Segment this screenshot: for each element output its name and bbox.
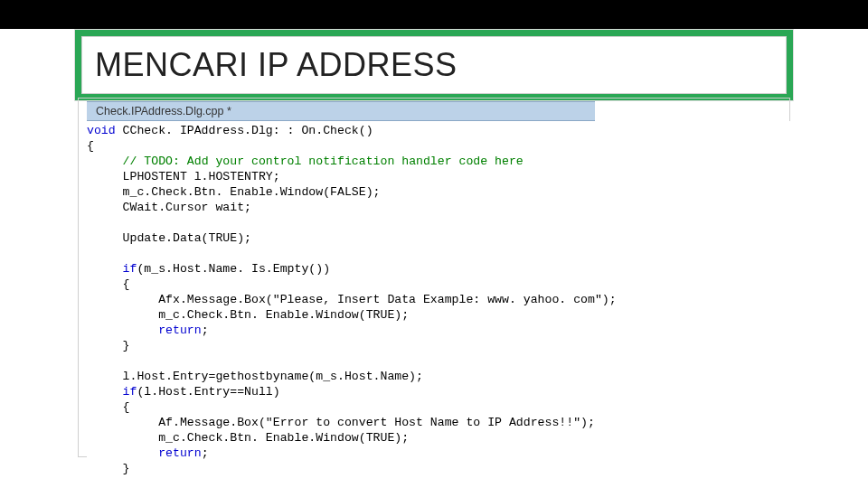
code-token: (m_s.Host.Name. Is.Empty()) — [137, 262, 330, 276]
code-token: if — [123, 262, 137, 276]
code-token: } — [87, 339, 129, 352]
code-token: ; — [202, 446, 209, 460]
code-token: { — [87, 400, 129, 414]
code-token: { — [87, 277, 129, 291]
code-token: (l.Host.Entry==Null) — [137, 385, 279, 399]
code-token: ; — [202, 324, 209, 337]
code-token — [87, 155, 123, 168]
code-token: return — [158, 324, 201, 337]
code-token: Afx.Message.Box("Please, Insert Data Exa… — [87, 293, 617, 306]
top-black-bar — [0, 0, 868, 29]
title-container: MENCARI IP ADDRESS — [81, 36, 787, 94]
code-token — [87, 324, 158, 337]
code-token: void — [87, 124, 116, 137]
file-tab-strip: Check.IPAddress.Dlg.cpp * — [87, 101, 595, 121]
code-token: { — [87, 139, 94, 153]
code-token: m_c.Check.Btn. Enable.Window(TRUE); — [87, 308, 409, 322]
code-token: m_c.Check.Btn. Enable.Window(TRUE); — [87, 431, 409, 445]
code-listing: void CCheck. IPAddress.Dlg: : On.Check()… — [87, 121, 828, 483]
code-token: LPHOSTENT l.HOSTENTRY; — [87, 170, 280, 183]
code-token: // TODO: Add your control notification h… — [123, 155, 524, 168]
code-token: l.Host.Entry=gethostbyname(m_s.Host.Name… — [87, 370, 423, 383]
code-token: Af.Message.Box("Error to convert Host Na… — [87, 416, 595, 429]
code-token: } — [87, 462, 129, 475]
code-token: CWait.Cursor wait; — [87, 201, 251, 214]
code-token — [87, 385, 123, 399]
file-tab-label: Check.IPAddress.Dlg.cpp * — [96, 105, 231, 117]
code-token — [87, 262, 123, 276]
code-token: CCheck. IPAddress.Dlg: : On.Check() — [116, 124, 373, 137]
slide-title: MENCARI IP ADDRESS — [95, 46, 457, 84]
code-token: if — [123, 385, 137, 399]
code-token: Update.Data(TRUE); — [87, 231, 251, 245]
code-token — [87, 446, 158, 460]
code-token: return — [158, 446, 201, 460]
code-token: m_c.Check.Btn. Enable.Window(FALSE); — [87, 185, 380, 199]
slide-stage: MENCARI IP ADDRESS Check.IPAddress.Dlg.c… — [0, 0, 868, 488]
